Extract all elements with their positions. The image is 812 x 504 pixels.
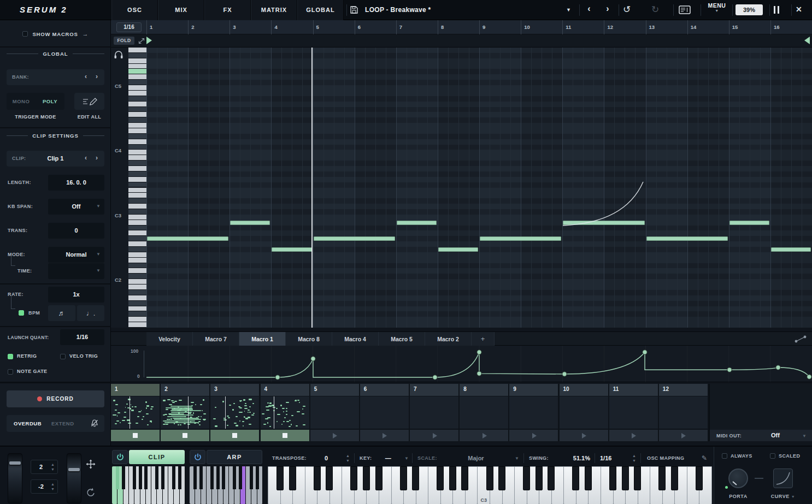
- swing-rate-value[interactable]: 1/16: [600, 455, 611, 461]
- piano-key[interactable]: [128, 241, 146, 247]
- undo-button[interactable]: ↺: [623, 4, 631, 15]
- automation-point[interactable]: [311, 357, 315, 361]
- piano-keys[interactable]: [128, 48, 146, 328]
- transpose-control[interactable]: TRANSPOSE: 0 ▲▼: [272, 452, 350, 464]
- clip-slot-5[interactable]: 5: [310, 384, 359, 441]
- key-control[interactable]: KEY: — ▼: [360, 452, 409, 464]
- time-dropdown[interactable]: ▼: [48, 263, 104, 279]
- macro-tab-macro-2[interactable]: Macro 2: [425, 332, 472, 346]
- clip-play-button[interactable]: [360, 430, 409, 441]
- clip-slot-body[interactable]: [609, 396, 658, 429]
- piano-key[interactable]: [128, 58, 146, 64]
- dotted-note-button[interactable]: ♩.: [77, 305, 104, 321]
- clip-slot-header[interactable]: 6: [360, 384, 409, 396]
- clip-slot-8[interactable]: 8: [460, 384, 508, 441]
- automation-point[interactable]: [807, 375, 811, 379]
- bend-range-down-value[interactable]: -2: [31, 483, 51, 490]
- mode-dropdown[interactable]: Normal▼: [48, 247, 104, 263]
- ruler-bar-4[interactable]: 4: [271, 20, 313, 34]
- preset-dropdown-caret[interactable]: ▼: [566, 7, 571, 13]
- automation-curve[interactable]: [146, 346, 812, 382]
- clip-slot-body[interactable]: [560, 396, 608, 429]
- clip-slot-2[interactable]: 2: [161, 384, 209, 441]
- black-key[interactable]: [276, 466, 284, 490]
- clip-slot-header[interactable]: 9: [509, 384, 558, 396]
- key-value[interactable]: —: [385, 455, 391, 461]
- ruler-bar-6[interactable]: 6: [355, 20, 396, 34]
- clip-slot-11[interactable]: 11: [609, 384, 658, 441]
- clip-stop-button[interactable]: [210, 430, 259, 441]
- ruler-bar-15[interactable]: 15: [729, 20, 770, 34]
- black-key[interactable]: [523, 466, 530, 490]
- bpm-checkbox[interactable]: [19, 310, 24, 316]
- mini-black-key[interactable]: [199, 466, 203, 489]
- piano-key[interactable]: [128, 204, 146, 209]
- piano-key[interactable]: [128, 226, 146, 231]
- trans-field[interactable]: 0: [48, 223, 104, 239]
- clip-next-button[interactable]: ›: [96, 154, 98, 162]
- piano-key[interactable]: [128, 258, 146, 263]
- timeline-ruler[interactable]: 1/16 12345678910111213141516: [111, 20, 812, 34]
- clip-stop-button[interactable]: [111, 430, 160, 441]
- mod-wheel-handle[interactable]: [68, 468, 80, 471]
- tab-matrix[interactable]: MATRIX: [251, 0, 297, 20]
- swing-control[interactable]: SWING: 51.1%: [529, 452, 590, 464]
- rotate-icon[interactable]: [85, 487, 96, 500]
- scaled-checkbox[interactable]: [770, 453, 775, 459]
- tab-osc[interactable]: OSC: [111, 0, 158, 20]
- porta-knob[interactable]: [728, 469, 748, 488]
- clip-slot-10[interactable]: 10: [560, 384, 608, 441]
- ruler-bar-9[interactable]: 9: [479, 20, 521, 34]
- preset-next-button[interactable]: ›: [601, 4, 614, 14]
- always-checkbox[interactable]: [722, 453, 727, 459]
- mini-black-key[interactable]: [144, 466, 148, 489]
- clip-slot-7[interactable]: 7: [410, 384, 458, 441]
- automation-point[interactable]: [727, 367, 732, 372]
- scale-value[interactable]: Major: [468, 455, 484, 461]
- automation-point[interactable]: [477, 371, 481, 376]
- automation-lane[interactable]: 100 0: [111, 346, 812, 382]
- rate-value[interactable]: 1x: [48, 291, 104, 298]
- mini-black-key[interactable]: [216, 466, 220, 489]
- clip-play-button[interactable]: [509, 430, 558, 441]
- piano-key[interactable]: [128, 128, 146, 134]
- piano-key[interactable]: [128, 96, 146, 102]
- black-key[interactable]: [449, 466, 456, 490]
- mini-black-key[interactable]: [210, 466, 214, 489]
- keyboard[interactable]: C3: [268, 466, 711, 504]
- piano-key[interactable]: [128, 74, 146, 80]
- piano-key[interactable]: [128, 236, 146, 241]
- curve-control[interactable]: [773, 469, 793, 488]
- bend-range-down-stepper[interactable]: -2 ▲▼: [31, 479, 58, 494]
- osc-mapping-control[interactable]: OSC MAPPING ✎: [647, 452, 707, 464]
- note-gate-checkbox[interactable]: [8, 369, 13, 375]
- trigger-mode-switch[interactable]: MONO POLY: [7, 93, 64, 110]
- piano-key[interactable]: [128, 268, 146, 274]
- bank-next-button[interactable]: ›: [96, 73, 98, 80]
- clip-play-button[interactable]: [410, 430, 458, 441]
- piano-key[interactable]: [128, 64, 146, 69]
- record-button[interactable]: RECORD: [7, 390, 104, 407]
- macro-tab-macro-5[interactable]: Macro 5: [379, 332, 425, 346]
- automation-point[interactable]: [433, 375, 437, 380]
- piano-key[interactable]: [128, 322, 146, 328]
- automation-point[interactable]: [477, 350, 481, 354]
- move-icon[interactable]: [85, 459, 96, 472]
- always-toggle[interactable]: ALWAYS: [722, 453, 752, 459]
- extend-button[interactable]: EXTEND: [51, 420, 74, 426]
- clip-mini-keyboard[interactable]: [112, 466, 185, 504]
- mono-option[interactable]: MONO: [7, 93, 36, 110]
- mini-black-key[interactable]: [256, 466, 259, 489]
- preset-prev-button[interactable]: ‹: [582, 4, 596, 14]
- midi-out-value[interactable]: Off: [756, 432, 795, 438]
- scaled-toggle[interactable]: SCALED: [770, 453, 800, 459]
- ruler-bar-7[interactable]: 7: [396, 20, 438, 34]
- clip-slot-body[interactable]: [659, 396, 708, 429]
- clip-slot-body[interactable]: [509, 396, 558, 429]
- piano-key[interactable]: [128, 317, 146, 322]
- clip-slot-header[interactable]: 7: [410, 384, 458, 396]
- fold-button[interactable]: FOLD: [114, 37, 134, 45]
- black-key[interactable]: [498, 466, 505, 490]
- piano-key[interactable]: [128, 117, 146, 123]
- piano-key[interactable]: [128, 85, 146, 91]
